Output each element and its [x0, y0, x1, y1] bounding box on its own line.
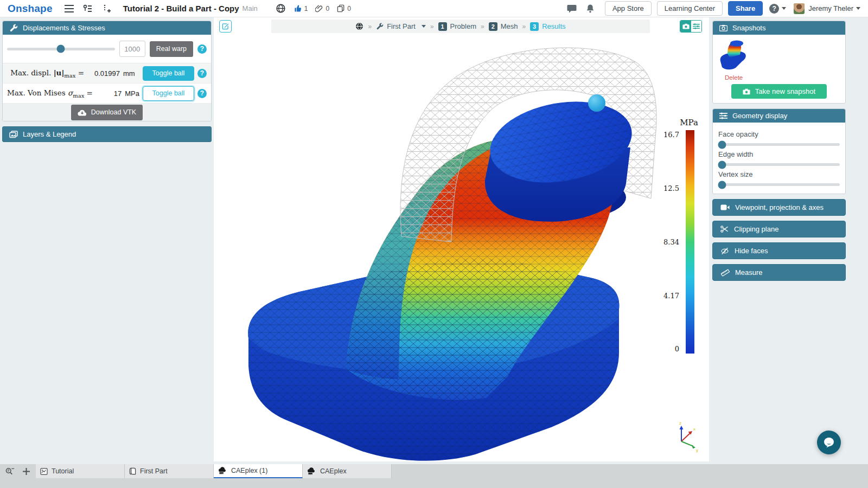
- colorbar-unit: MPa: [676, 118, 702, 127]
- user-menu[interactable]: Jeremy Theler: [808, 4, 853, 12]
- chat-launcher-button[interactable]: [817, 431, 841, 454]
- warp-slider[interactable]: [7, 48, 115, 50]
- clipping-plane-button[interactable]: Clipping plane: [712, 221, 846, 237]
- real-warp-button[interactable]: Real warp: [150, 41, 193, 57]
- download-vtk-button[interactable]: Download VTK: [71, 105, 143, 120]
- hide-faces-button[interactable]: Hide faces: [712, 242, 846, 259]
- toggle-ball-von-mises-button[interactable]: Toggle ball: [143, 86, 194, 101]
- edge-width-label: Edge width: [718, 150, 840, 158]
- max-displacement-ball[interactable]: [588, 94, 605, 112]
- help-icon[interactable]: ?: [197, 89, 207, 98]
- display-options-button[interactable]: [691, 21, 701, 32]
- geometry-display-header[interactable]: Geometry display: [713, 109, 845, 123]
- caeplex-cloud-icon: CAEPLEX: [218, 467, 227, 474]
- svg-text:y: y: [696, 448, 698, 453]
- fea-model-canvas[interactable]: z x y: [214, 17, 709, 461]
- breadcrumb: First Part 1 Problem 2 Mesh 3 Results: [271, 20, 650, 33]
- tab-label: CAEplex (1): [231, 467, 267, 474]
- workspace-name[interactable]: Main: [242, 4, 258, 12]
- displacements-stresses-header[interactable]: Displacements & Stresses: [3, 21, 211, 35]
- document-title: Tutorial 2 - Build a Part - Copy: [123, 4, 239, 13]
- avatar[interactable]: [794, 3, 805, 14]
- versions-icon[interactable]: [82, 3, 94, 15]
- colorbar-tick: 4.17: [651, 292, 679, 300]
- toggle-ball-displacement-button[interactable]: Toggle ball: [143, 66, 194, 81]
- right-sidebar: Snapshots Delete Take new snapshot: [712, 21, 846, 281]
- drawing-tab-icon: [40, 468, 48, 475]
- button-label: Viewpoint, projection & axes: [735, 203, 824, 211]
- learning-center-button[interactable]: Learning Center: [657, 1, 723, 16]
- help-icon[interactable]: ?: [197, 69, 207, 78]
- screenshot-button[interactable]: [680, 21, 691, 32]
- warp-value-input[interactable]: [119, 41, 145, 57]
- eye-slash-icon: [720, 247, 729, 255]
- face-opacity-slider[interactable]: [718, 143, 840, 146]
- tab-caeplex-1[interactable]: CAEPLEX CAEplex (1): [214, 464, 303, 478]
- snapshot-thumbnail[interactable]: [717, 38, 750, 73]
- tab-first-part[interactable]: First Part: [125, 464, 214, 478]
- tab-tutorial[interactable]: Tutorial: [36, 464, 125, 478]
- notifications-bell-icon[interactable]: [584, 3, 596, 15]
- breadcrumb-home[interactable]: [355, 22, 363, 30]
- delete-snapshot-link[interactable]: Delete: [725, 74, 743, 81]
- tab-caeplex[interactable]: CAEPLEX CAEplex: [303, 464, 392, 478]
- layers-legend-header[interactable]: Layers & Legend: [2, 126, 212, 142]
- breadcrumb-separator: [481, 22, 484, 30]
- links-count: 0: [326, 5, 329, 12]
- help-icon[interactable]: ?: [197, 44, 207, 54]
- panel-title: Snapshots: [732, 24, 765, 32]
- thumbs-up-icon: [294, 4, 302, 12]
- breadcrumb-step-mesh[interactable]: 2 Mesh: [489, 22, 518, 31]
- panel-title: Displacements & Stresses: [23, 24, 105, 32]
- copies-stat[interactable]: 0: [337, 4, 351, 12]
- breadcrumb-separator: [368, 22, 372, 30]
- globe-icon: [355, 22, 363, 30]
- face-opacity-slider-thumb[interactable]: [718, 140, 726, 149]
- vertex-size-slider[interactable]: [718, 183, 840, 186]
- chevron-down-icon: [782, 7, 786, 10]
- breadcrumb-part[interactable]: First Part: [376, 22, 426, 30]
- viewpoint-projection-axes-button[interactable]: Viewpoint, projection & axes: [712, 199, 846, 216]
- edit-setup-button[interactable]: [219, 20, 232, 33]
- copies-count: 0: [347, 5, 351, 12]
- step-label: Results: [542, 22, 565, 30]
- help-menu[interactable]: ?: [769, 4, 786, 14]
- step-label: Problem: [450, 22, 476, 30]
- onshape-logo[interactable]: Onshape: [8, 3, 53, 15]
- vertex-size-slider-thumb[interactable]: [718, 181, 726, 189]
- face-opacity-label: Face opacity: [718, 130, 840, 138]
- ruler-icon: [720, 268, 730, 277]
- warp-slider-thumb[interactable]: [57, 45, 65, 53]
- camera-icon: [719, 24, 727, 31]
- edge-width-slider-thumb[interactable]: [718, 160, 726, 169]
- svg-text:x: x: [693, 427, 695, 432]
- likes-stat[interactable]: 1: [294, 4, 308, 12]
- layers-icon: [9, 131, 18, 138]
- layers-legend-panel: Layers & Legend: [2, 126, 212, 142]
- main-menu-icon[interactable]: [63, 3, 75, 15]
- step-number-badge: 3: [530, 22, 539, 31]
- insert-icon[interactable]: [100, 3, 112, 15]
- public-globe-icon[interactable]: [275, 3, 287, 15]
- manage-tabs-icon[interactable]: [3, 464, 16, 478]
- breadcrumb-step-results[interactable]: 3 Results: [530, 22, 565, 31]
- share-button[interactable]: Share: [728, 1, 763, 16]
- part-studio-tab-icon: [129, 467, 136, 475]
- comments-icon[interactable]: [566, 3, 578, 15]
- app-store-button[interactable]: App Store: [605, 1, 652, 16]
- download-vtk-label: Download VTK: [91, 108, 136, 116]
- take-new-snapshot-button[interactable]: Take new snapshot: [731, 84, 827, 99]
- links-stat[interactable]: 0: [315, 4, 329, 12]
- download-row: Download VTK: [3, 103, 211, 121]
- wrench-icon: [9, 24, 18, 33]
- edge-width-slider[interactable]: [718, 163, 840, 166]
- colorbar-tick: 16.7: [651, 131, 679, 139]
- add-tab-icon[interactable]: [20, 464, 33, 478]
- snapshots-header[interactable]: Snapshots: [713, 21, 845, 35]
- breadcrumb-step-problem[interactable]: 1 Problem: [438, 22, 476, 31]
- cloud-download-icon: [78, 109, 87, 116]
- snapshots-panel: Snapshots Delete Take new snapshot: [712, 21, 846, 104]
- 3d-viewport[interactable]: z x y First Part 1 Problem 2 Mesh 3: [214, 17, 709, 461]
- button-label: Hide faces: [735, 247, 768, 255]
- measure-button[interactable]: Measure: [712, 264, 846, 281]
